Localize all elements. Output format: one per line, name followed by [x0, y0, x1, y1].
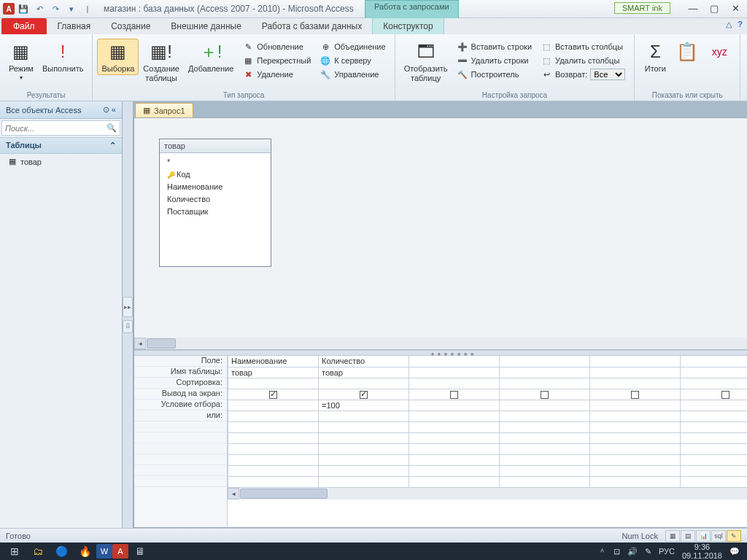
grid-cell[interactable]	[681, 389, 748, 400]
crosstab-button[interactable]: ▦Перекрестный	[241, 54, 312, 67]
grid-cell[interactable]	[590, 465, 681, 476]
delete-cols-button[interactable]: ⬚Удалить столбцы	[539, 54, 627, 67]
nav-dropdown-icon[interactable]: ⊙ «	[103, 105, 116, 114]
field-sup[interactable]: Поставщик	[167, 206, 263, 218]
grid-cell[interactable]: Наименование	[228, 356, 319, 367]
qbe-table[interactable]: НаименованиеКоличествотовартовар=100	[228, 356, 747, 488]
grid-hscroll-thumb[interactable]	[240, 489, 328, 499]
grid-cell[interactable]	[500, 476, 590, 487]
grid-cell[interactable]	[319, 378, 409, 389]
grid-cell[interactable]	[681, 356, 748, 367]
tab-external[interactable]: Внешние данные	[160, 18, 252, 34]
insert-rows-button[interactable]: ➕Вставить строки	[455, 40, 533, 53]
view-pivot-button[interactable]: ▤	[681, 530, 695, 542]
tray-pen-icon[interactable]: ✎	[645, 547, 651, 556]
grid-cell[interactable]	[319, 432, 409, 443]
grid-cell[interactable]	[409, 367, 500, 378]
grid-cell[interactable]	[590, 421, 681, 432]
grid-cell[interactable]	[500, 432, 590, 443]
field-key[interactable]: Код	[167, 168, 263, 181]
grid-cell[interactable]	[319, 421, 409, 432]
explorer-icon[interactable]: 🗂	[26, 542, 50, 560]
splitter[interactable]: ● ● ● ● ● ● ●	[134, 350, 747, 356]
grid-cell[interactable]	[500, 411, 590, 421]
grid-cell[interactable]	[228, 432, 319, 443]
start-button[interactable]: ⊞	[3, 542, 26, 560]
grid-cell[interactable]	[681, 432, 748, 443]
qat-redo-icon[interactable]: ↷	[48, 1, 63, 16]
grid-cell[interactable]	[590, 476, 681, 487]
grid-cell[interactable]	[500, 367, 590, 378]
return-combo[interactable]: Все	[590, 69, 625, 80]
field-qty[interactable]: Количество	[167, 193, 263, 206]
view-datasheet-button[interactable]: ▦	[665, 530, 680, 542]
union-button[interactable]: ⊕Объединение	[318, 40, 387, 53]
tray-people-icon[interactable]: ⊡	[614, 547, 620, 556]
update-button[interactable]: ✎Обновление	[241, 40, 312, 53]
help-icon[interactable]: ?	[738, 20, 743, 29]
tray-clock[interactable]: 9:3609.11.2018	[682, 542, 722, 560]
grid-cell[interactable]	[681, 476, 748, 487]
tab-home[interactable]: Главная	[47, 18, 101, 34]
grid-cell[interactable]: товар	[319, 367, 409, 378]
grid-cell[interactable]	[590, 411, 681, 421]
grid-cell[interactable]	[681, 443, 748, 454]
grid-cell[interactable]	[228, 476, 319, 487]
props-button[interactable]: xyz	[703, 39, 735, 65]
smart-ink-badge[interactable]: SMART ink	[614, 2, 670, 14]
field-star[interactable]: *	[167, 156, 263, 168]
grid-cell[interactable]	[409, 400, 500, 411]
view-button[interactable]: ▦Режим▾	[4, 39, 38, 83]
tray-lang[interactable]: РУС	[659, 547, 675, 556]
qat-save-icon[interactable]: 💾	[16, 1, 31, 16]
search-icon[interactable]: 🔍	[107, 123, 117, 133]
tab-create[interactable]: Создание	[101, 18, 160, 34]
access-icon[interactable]: A	[112, 544, 128, 559]
nav-cat-tables[interactable]: Таблицы⌃	[0, 137, 122, 154]
tab-dbtools[interactable]: Работа с базами данных	[252, 18, 372, 34]
grid-cell[interactable]	[409, 378, 500, 389]
grid-cell[interactable]	[500, 389, 590, 400]
params-button[interactable]: 📋	[671, 39, 703, 65]
grid-cell[interactable]	[500, 465, 590, 476]
nav-search[interactable]: 🔍	[1, 120, 120, 136]
grid-cell[interactable]	[590, 443, 681, 454]
grid-cell[interactable]	[681, 454, 748, 465]
grid-cell[interactable]	[409, 465, 500, 476]
flame-icon[interactable]: 🔥	[73, 542, 96, 560]
maximize-button[interactable]: ▢	[704, 1, 724, 15]
grid-cell[interactable]	[228, 443, 319, 454]
tab-file[interactable]: Файл	[1, 18, 47, 34]
grid-cell[interactable]	[409, 356, 500, 367]
grid-cell[interactable]	[681, 421, 748, 432]
shutter-grid-button[interactable]: ⠿	[123, 320, 133, 333]
minimize-button[interactable]: —	[683, 1, 703, 15]
grid-cell[interactable]	[681, 400, 748, 411]
grid-cell[interactable]	[500, 454, 590, 465]
grid-cell[interactable]	[681, 465, 748, 476]
grid-cell[interactable]: =100	[319, 400, 409, 411]
grid-cell[interactable]	[409, 443, 500, 454]
view-design-button[interactable]: ✎	[727, 530, 741, 542]
grid-cell[interactable]	[228, 411, 319, 421]
grid-cell[interactable]	[409, 454, 500, 465]
grid-cell[interactable]	[319, 476, 409, 487]
grid-cell[interactable]	[319, 411, 409, 421]
collapse-icon[interactable]: ⌃	[109, 141, 116, 150]
grid-cell[interactable]	[500, 356, 590, 367]
app-icon[interactable]: 🖥	[128, 542, 152, 560]
view-sql-button[interactable]: sql	[711, 530, 726, 542]
grid-cell[interactable]	[228, 378, 319, 389]
hscroll-thumb[interactable]	[147, 338, 176, 349]
delete-query-button[interactable]: ✖Удаление	[241, 68, 312, 81]
view-chart-button[interactable]: 📊	[696, 530, 711, 542]
grid-cell[interactable]	[228, 454, 319, 465]
qat-undo-icon[interactable]: ↶	[32, 1, 47, 16]
grid-cell[interactable]	[319, 443, 409, 454]
word-icon[interactable]: W	[96, 544, 112, 559]
grid-cell[interactable]	[228, 400, 319, 411]
grid-cell[interactable]	[319, 389, 409, 400]
insert-cols-button[interactable]: ⬚Вставить столбцы	[539, 40, 627, 53]
grid-cell[interactable]	[681, 367, 748, 378]
table-box-tovar[interactable]: товар * Код Наименование Количество Пост…	[159, 139, 271, 267]
